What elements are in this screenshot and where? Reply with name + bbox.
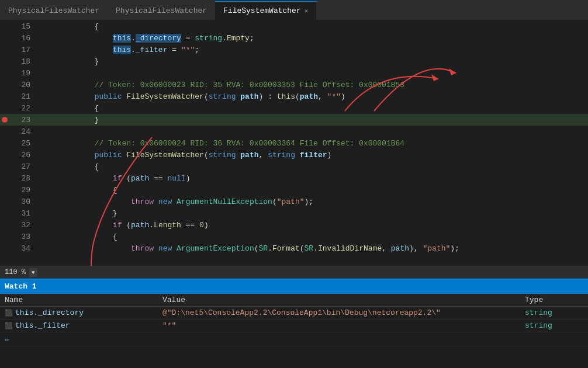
token: this	[277, 92, 295, 101]
watch-row-name-1[interactable]: ⬛this._filter	[0, 320, 158, 332]
line-number-20: 20	[9, 81, 37, 89]
token: (	[272, 197, 277, 206]
breakpoint-23[interactable]	[0, 117, 9, 123]
line-content-16: this._directory = string.Empty;	[37, 34, 254, 43]
code-line-21: 21 public FileSystemWatcher(string path)…	[0, 91, 588, 102]
token: FileSystemWatcher	[126, 92, 204, 101]
token: this	[113, 46, 131, 54]
line-content-32: if (path.Length == 0)	[37, 221, 209, 230]
code-line-34: 34 throw new ArgumentException(SR.Format…	[0, 242, 588, 254]
token: Length	[154, 221, 181, 230]
line-content-17: this._filter = "*";	[37, 46, 199, 54]
watch-value-text-1: "*"	[162, 321, 176, 330]
code-line-31: 31 }	[0, 207, 588, 219]
token: null	[167, 174, 185, 183]
tab-physical-1[interactable]: PhysicalFilesWatcher	[0, 1, 108, 20]
token: "path"	[277, 197, 305, 206]
code-line-20: 20 // Token: 0x06000023 RID: 35 RVA: 0x0…	[0, 79, 588, 91]
tab-label-3: FileSystemWatcher	[223, 6, 301, 15]
token: }	[40, 57, 99, 66]
breakpoint-dot-23	[2, 117, 8, 123]
code-line-15: 15 {	[0, 20, 588, 32]
code-line-24: 24	[0, 126, 588, 137]
watch-name-text-0: this._directory	[15, 308, 84, 317]
tab-label-2: PhysicalFilesWatcher	[116, 6, 207, 15]
token: filter	[300, 151, 327, 159]
tab-close-icon[interactable]: ✕	[305, 7, 309, 15]
line-number-17: 17	[9, 46, 37, 54]
code-line-18: 18 }	[0, 55, 588, 67]
line-number-16: 16	[9, 34, 37, 43]
token: )	[327, 151, 332, 159]
token: (	[295, 92, 300, 101]
token: path	[131, 174, 149, 183]
line-number-29: 29	[9, 186, 37, 195]
token: path	[300, 92, 318, 101]
token: ,	[259, 151, 268, 159]
line-number-22: 22	[9, 104, 37, 113]
token: _filter	[136, 46, 168, 54]
code-line-22: 22 {	[0, 102, 588, 114]
token: .	[131, 46, 136, 54]
zoom-decrease-button[interactable]: ▾	[29, 268, 37, 277]
code-editor: 15 {16 this._directory = string.Empty;17…	[0, 20, 588, 266]
tab-filesystem[interactable]: FileSystemWatcher ✕	[215, 1, 316, 20]
token: // Token: 0x06000023 RID: 35 RVA: 0x0000…	[95, 81, 405, 89]
code-line-32: 32 if (path.Length == 0)	[0, 219, 588, 231]
token: if	[113, 221, 122, 230]
watch-row-name-0[interactable]: ⬛this._directory	[0, 307, 158, 320]
watch-title: Watch 1	[0, 279, 588, 294]
tab-label-1: PhysicalFilesWatcher	[8, 6, 99, 15]
code-line-16: 16 this._directory = string.Empty;	[0, 32, 588, 44]
line-content-15: {	[37, 22, 99, 31]
token: string	[268, 151, 295, 159]
token: path	[391, 244, 409, 253]
token: ArgumentNullException	[177, 197, 272, 206]
line-content-33: {	[37, 232, 117, 241]
token: )	[204, 221, 209, 230]
token: path	[240, 92, 258, 101]
token: string	[209, 92, 236, 101]
token	[154, 197, 158, 206]
token: public	[95, 151, 122, 159]
tab-physical-2[interactable]: PhysicalFilesWatcher	[108, 1, 215, 20]
token: =	[181, 34, 195, 43]
watch-row-1: ⬛this._filter"*"string	[0, 320, 588, 332]
line-number-27: 27	[9, 162, 37, 171]
token	[40, 34, 113, 43]
token: ),	[409, 244, 423, 253]
token: _directory	[136, 34, 181, 43]
token: ==	[149, 174, 167, 183]
token: ;	[195, 46, 199, 54]
watch-row-value-1: "*"	[158, 320, 520, 332]
code-line-19: 19	[0, 67, 588, 79]
line-number-32: 32	[9, 221, 37, 230]
line-content-20: // Token: 0x06000023 RID: 35 RVA: 0x0000…	[37, 81, 404, 89]
token	[172, 197, 177, 206]
line-content-26: public FileSystemWatcher(string path, st…	[37, 151, 331, 159]
token: =	[167, 46, 181, 54]
token	[40, 139, 95, 148]
token: 0	[199, 221, 204, 230]
token: (	[204, 92, 209, 101]
token	[40, 174, 113, 183]
token	[40, 151, 95, 159]
line-content-29: {	[37, 186, 117, 195]
token	[295, 151, 300, 159]
line-content-18: }	[37, 57, 99, 66]
token: Empty	[227, 34, 250, 43]
token: {	[40, 22, 99, 31]
token: SR	[259, 244, 268, 253]
code-line-17: 17 this._filter = "*";	[0, 44, 588, 55]
line-number-15: 15	[9, 22, 37, 31]
watch-add-cell[interactable]: ✏	[0, 332, 158, 346]
token: ArgumentException	[177, 244, 254, 253]
watch-panel: Watch 1 Name Value Type ⬛this._directory…	[0, 279, 588, 346]
token: ==	[181, 221, 199, 230]
token: string	[209, 151, 236, 159]
token: throw	[131, 244, 154, 253]
token: if	[113, 174, 122, 183]
code-line-27: 27 {	[0, 161, 588, 172]
token: .	[313, 244, 318, 253]
token: SR	[305, 244, 314, 253]
